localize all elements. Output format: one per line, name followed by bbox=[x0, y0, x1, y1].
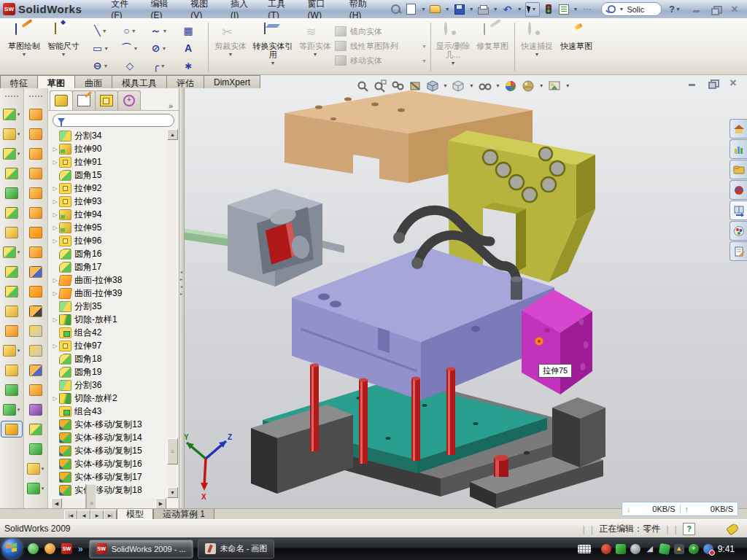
apply-scene-icon[interactable] bbox=[522, 79, 535, 93]
view-orientation-icon[interactable] bbox=[425, 79, 439, 93]
tree-item-cut-loft2[interactable]: ▷ 切除-放样2 bbox=[51, 392, 166, 405]
ribbon-tab-mold-tools[interactable]: 模具工具 bbox=[112, 75, 167, 88]
tree-item-body-move-copy13[interactable]: ▷ 实体-移动/复制13 bbox=[51, 418, 166, 431]
open-icon[interactable] bbox=[429, 3, 442, 16]
input-method-keyboard-icon[interactable] bbox=[578, 545, 591, 553]
more-commands-icon[interactable]: ⋯ bbox=[581, 3, 594, 16]
linear-sketch-pattern-button[interactable]: 线性草图阵列▼ bbox=[335, 39, 428, 53]
features-tool-linear-pattern[interactable]: ▼ bbox=[1, 244, 23, 260]
tab-file-explorer[interactable] bbox=[729, 160, 747, 179]
options-icon[interactable] bbox=[557, 3, 570, 16]
tree-item-extrude94[interactable]: ▷ 拉伸94 bbox=[51, 208, 166, 221]
tree-item-body-move-copy16[interactable]: ▷ 实体-移动/复制16 bbox=[51, 457, 166, 470]
surfaces-tool-fillet-surface[interactable]: ▼ bbox=[25, 421, 47, 438]
expand-arrow-icon[interactable]: ▷ bbox=[51, 343, 59, 349]
features-tool-delete-body[interactable]: ▼ bbox=[1, 342, 23, 359]
sketch-tool-select-region[interactable]: ▦ ▼ bbox=[174, 23, 203, 39]
undo-icon[interactable]: ↶ bbox=[501, 3, 514, 16]
tree-horizontal-scrollbar[interactable]: ◀ ≡ ▶ bbox=[51, 498, 166, 508]
part-side-core-block[interactable] bbox=[522, 289, 592, 394]
hide-show-items-icon[interactable] bbox=[478, 79, 492, 93]
tray-icon-shield-plus[interactable]: + bbox=[689, 544, 699, 554]
tab-solidworks-resources[interactable] bbox=[729, 119, 747, 139]
tree-item-extrude93[interactable]: ▷ 拉伸93 bbox=[51, 195, 166, 208]
scrollbar-thumb[interactable]: ≡ bbox=[167, 438, 178, 464]
zoom-to-area-icon[interactable] bbox=[373, 79, 387, 93]
trim-entities-button[interactable]: ✂ 剪裁实体▼ bbox=[211, 20, 250, 74]
display-delete-relations-button[interactable]: 显示/删除几...▼ bbox=[433, 20, 473, 74]
ribbon-tab-evaluate[interactable]: 评估 bbox=[166, 75, 204, 88]
messenger-icon[interactable] bbox=[28, 543, 39, 554]
app-launcher-icon[interactable] bbox=[44, 543, 55, 554]
expand-arrow-icon[interactable]: ▷ bbox=[51, 290, 59, 297]
tree-item-extrude95[interactable]: ▷ 拉伸95 bbox=[51, 221, 166, 234]
features-tool-composite-curve[interactable]: ▼ bbox=[1, 381, 23, 398]
select-tool-button[interactable]: ▼ bbox=[525, 2, 540, 17]
ribbon-tab-features[interactable]: 特征 bbox=[0, 75, 38, 88]
tree-item-body-move-copy15[interactable]: ▷ 实体-移动/复制15 bbox=[51, 444, 166, 457]
tab-view-palette[interactable] bbox=[729, 201, 747, 220]
tree-vertical-scrollbar[interactable]: ▲ ≡ ▼ bbox=[167, 129, 177, 498]
tab-custom-properties[interactable] bbox=[729, 241, 747, 261]
surfaces-tool-planar-surface[interactable]: ▼ bbox=[25, 224, 47, 241]
tray-icon-blocked[interactable] bbox=[703, 544, 713, 554]
surfaces-tool-revolved-surface[interactable]: ▼ bbox=[25, 125, 47, 142]
surfaces-tool-trimmed-surface[interactable]: ▼ bbox=[25, 145, 47, 162]
tree-item-fillet17[interactable]: ▷ 圆角17 bbox=[51, 260, 166, 273]
scroll-down-button[interactable]: ▼ bbox=[167, 487, 178, 498]
features-tool-draft[interactable]: ▼ bbox=[1, 204, 23, 221]
surfaces-tool-curve-through-points[interactable]: ▼ bbox=[25, 283, 47, 300]
edit-appearance-icon[interactable] bbox=[504, 79, 518, 93]
pin-icon[interactable] bbox=[390, 3, 403, 16]
tab-dimxpertmanager[interactable] bbox=[117, 90, 141, 110]
tree-item-extrude90[interactable]: ▷ 拉伸90 bbox=[51, 142, 166, 155]
expand-arrow-icon[interactable]: ▷ bbox=[51, 185, 59, 192]
panel-overflow-button[interactable]: » bbox=[169, 101, 173, 110]
app-restore-button[interactable] bbox=[711, 5, 721, 14]
tree-item-split34[interactable]: ▷ 分割34 bbox=[51, 129, 166, 142]
expand-arrow-icon[interactable]: ▷ bbox=[51, 395, 59, 402]
sketch-tool-polygon[interactable]: ◇ ▼ bbox=[115, 58, 144, 74]
sketch-tool-rectangle[interactable]: ▭ ▼ bbox=[86, 40, 115, 56]
scroll-left-button[interactable]: ◀ bbox=[51, 498, 62, 509]
tree-item-body-move-copy18[interactable]: ▷ 实体-移动/复制18 bbox=[51, 483, 166, 497]
expand-arrow-icon[interactable]: ▷ bbox=[51, 238, 59, 244]
part-slide-assembly[interactable] bbox=[184, 189, 344, 287]
taskbar-clock[interactable]: 9:41 bbox=[718, 544, 740, 554]
app-minimize-button[interactable] bbox=[692, 5, 702, 14]
surfaces-tool-spiral-curve[interactable]: ▼ bbox=[25, 480, 47, 497]
tree-item-fillet18[interactable]: ▷ 圆角18 bbox=[51, 352, 166, 365]
features-tool-extruded-cut[interactable]: ▼ bbox=[1, 125, 23, 142]
tray-icon-volume[interactable]: ◢ bbox=[645, 544, 655, 554]
display-style-icon[interactable] bbox=[452, 79, 465, 93]
features-tool-save-bodies[interactable]: ▼ bbox=[1, 283, 23, 300]
features-tool-helix-spiral[interactable]: ▼ bbox=[1, 401, 23, 418]
help-icon[interactable]: ? bbox=[669, 4, 675, 15]
tree-item-body-move-copy17[interactable]: ▷ 实体-移动/复制17 bbox=[51, 470, 166, 483]
quick-snaps-button[interactable]: 快速捕捉▼ bbox=[517, 20, 557, 74]
sketch-tool-slot[interactable]: ⊖ ▼ bbox=[86, 58, 115, 74]
sketch-tool-text[interactable]: A ▼ bbox=[174, 40, 203, 56]
search-box[interactable]: ▼ Solic bbox=[601, 2, 662, 16]
sketch-tool-line[interactable]: ╲ ▼ bbox=[86, 23, 115, 39]
taskbar-button-solidworks[interactable]: SW SolidWorks 2009 - ... bbox=[89, 540, 193, 559]
ribbon-tab-surfaces[interactable]: 曲面 bbox=[74, 75, 112, 88]
sketch-tool-spline[interactable]: ～ ▼ bbox=[144, 23, 174, 39]
tab-appearances[interactable] bbox=[729, 221, 747, 241]
rebuild-icon[interactable] bbox=[542, 3, 555, 16]
status-help-icon[interactable]: ? bbox=[683, 523, 695, 535]
tab-configurationmanager[interactable] bbox=[95, 90, 118, 110]
start-button[interactable] bbox=[2, 539, 22, 559]
tree-item-extrude97[interactable]: ▷ 拉伸97 bbox=[51, 339, 166, 352]
zoom-to-fit-icon[interactable] bbox=[355, 79, 369, 93]
new-document-icon[interactable] bbox=[405, 3, 418, 16]
expand-arrow-icon[interactable]: ▷ bbox=[51, 316, 59, 323]
tree-item-fillet19[interactable]: ▷ 圆角19 bbox=[51, 365, 166, 378]
features-tool-split[interactable]: ▼ bbox=[1, 263, 23, 280]
tree-item-combine42[interactable]: ▷ 组合42 bbox=[51, 326, 166, 339]
app-close-button[interactable]: × bbox=[729, 5, 740, 14]
surfaces-tool-thicken[interactable]: ▼ bbox=[25, 440, 47, 457]
doc-restore-button[interactable] bbox=[708, 79, 718, 88]
expand-arrow-icon[interactable]: ▷ bbox=[51, 211, 59, 218]
surfaces-tool-filled-surface[interactable]: ▼ bbox=[25, 401, 47, 418]
